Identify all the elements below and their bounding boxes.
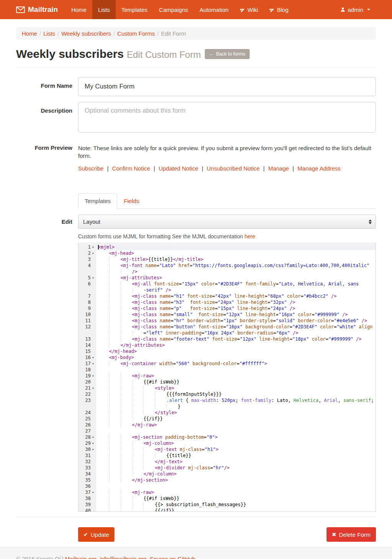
fold-arrow-icon[interactable]: ▾ [91,385,95,391]
tab-templates[interactable]: Templates [78,193,117,209]
breadcrumb-link-home[interactable]: Home [22,30,37,37]
fold-arrow-icon[interactable]: ▾ [91,361,95,367]
gutter-cell: 29▾ [78,440,96,446]
back-to-forms-button[interactable]: ←Back to forms [205,49,250,59]
token-k: = [201,330,204,336]
footer-link[interactable]: Source on GitHub [150,556,195,559]
fold-arrow-icon[interactable]: ▾ [91,373,95,379]
token-k [157,312,160,317]
nav-item-home[interactable]: Home [65,0,92,19]
breadcrumb-link-lists[interactable]: Lists [43,30,55,37]
indent [98,422,109,428]
fold-arrow-icon[interactable]: ▾ [91,250,95,256]
token-a: name [145,263,157,268]
nav-item-blog[interactable]: Blog [264,0,294,19]
mjml-doc-link[interactable]: here [245,233,255,239]
tab-fields[interactable]: Fields [117,193,145,209]
delete-form-button[interactable]: ✖ Delete Form [327,527,376,542]
brand[interactable]: Mailtrain [16,0,65,19]
preview-link-confirm-notice[interactable]: Confirm Notice [112,165,150,172]
line-number: 17 [78,361,91,367]
token-k: : [271,398,277,403]
nav-item-label: Templates [121,7,147,13]
line-number: 39 [78,502,91,508]
nav-item-campaigns[interactable]: Campaigns [153,0,194,19]
token-k: {{#if isWeb}} [144,496,180,501]
code-line: 9 <mj-class name="p" font-size="15px" li… [78,305,376,311]
indent [109,447,121,452]
indent [98,300,109,305]
token-s: "#b4bcc2" [304,293,328,299]
token-t: <mj-column> [144,441,174,446]
user-menu[interactable]: admin [335,0,376,19]
code-line: 5▾ <mj-attributes> [78,275,376,281]
preview-link-manage[interactable]: Manage [268,165,289,172]
footer-link[interactable]: info@mailtrain.org [100,556,147,559]
indent [121,477,132,483]
code-line: 18 [78,367,376,373]
token-a: font-size [190,300,215,305]
x-icon: ✖ [332,531,336,538]
nav-item-lists[interactable]: Lists [92,0,116,19]
token-k: = [301,293,304,299]
gutter-cell: 6 [78,281,96,287]
indent [98,416,109,421]
gutter-cell: 5▾ [78,275,96,281]
preview-link-separator: | [104,165,112,172]
token-a: name [160,312,171,317]
fold-arrow-icon[interactable]: ▾ [91,489,95,495]
fold-arrow-icon[interactable]: ▾ [91,440,95,446]
indent [144,410,155,415]
indent [132,410,144,415]
token-k [151,281,154,287]
token-t: <mjml> [98,244,114,250]
fold-arrow-icon[interactable]: ▾ [91,446,95,452]
mjml-code-editor[interactable]: 1▾<mjml>2▾ <mj-head>3 <mj-title>{{title}… [78,243,376,512]
description-label: Description [16,102,78,134]
token-t: </mj-attributes> [121,343,165,348]
nav-item-templates[interactable]: Templates [116,0,153,19]
breadcrumb-link-custom-forms[interactable]: Custom Forms [117,30,155,37]
token-n: 520px [222,398,235,403]
token-s: "32px" [270,300,287,305]
code-content [96,367,376,373]
indent [98,502,109,507]
token-t: <mj-class [132,293,157,299]
edit-template-select[interactable]: Layout [78,215,376,229]
description-textarea[interactable] [78,102,376,133]
token-k [290,330,293,336]
preview-link-subscribe[interactable]: Subscribe [78,165,104,172]
token-t: <mj-raw> [132,373,154,379]
fold-arrow-icon[interactable]: ▾ [91,244,95,250]
code-content: <mj-font name="Lato" href="https://fonts… [96,262,376,269]
token-k: , [338,398,343,403]
preview-link-updated-notice[interactable]: Updated Notice [158,165,198,172]
footer-link[interactable]: Mailtrain.org [65,556,97,559]
fold-arrow-icon[interactable]: ▾ [91,354,95,361]
form-name-input[interactable] [78,77,376,96]
gutter-cell: 11 [78,318,96,324]
edit-label: Edit [16,215,78,512]
nav-item-automation[interactable]: Automation [194,0,234,19]
gutter-cell: 36 [78,483,96,489]
line-number: 14 [78,342,91,348]
token-k: ; [235,398,241,403]
line-number: 1 [78,244,91,250]
envelope-icon [16,7,25,13]
token-s: "#999999" [315,312,340,317]
preview-link-manage-address[interactable]: Manage Address [297,165,341,172]
breadcrumb-link-weekly-subscribers[interactable]: Weekly subscribers [61,30,111,37]
code-line: 6 <mj-all font-size="15px" color="#2D3E4… [78,281,376,287]
nav-item-label: Wiki [247,7,258,13]
line-number: 22 [78,391,91,397]
token-a: line-height [259,336,289,342]
nav-item-wiki[interactable]: Wiki [234,0,264,19]
token-a: background-color [245,324,290,329]
update-button[interactable]: ✔ Update [78,527,114,542]
token-t: <mj-class [132,318,157,323]
nav-item-label: Lists [98,7,110,13]
preview-link-unsubscribed-notice[interactable]: Unsubscribed Notice [207,165,260,172]
fold-arrow-icon[interactable]: ▾ [91,275,95,281]
fold-arrow-icon[interactable]: ▾ [91,434,95,440]
token-t: <mj-container [121,361,157,366]
